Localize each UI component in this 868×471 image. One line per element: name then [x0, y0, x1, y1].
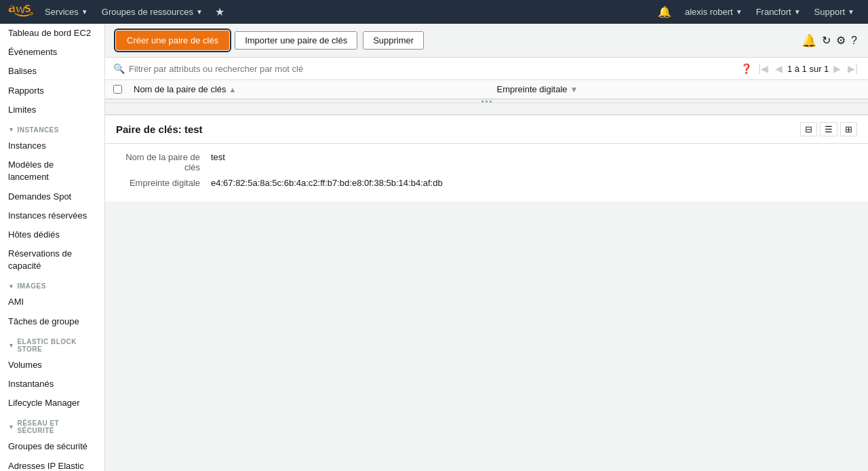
view-list-icon[interactable]: ☰ — [820, 122, 837, 136]
table-container: Nom de la paire de clés ▲ Empreinte digi… — [105, 80, 868, 99]
sidebar-item-launch-templates[interactable]: Modèles de lancement — [0, 155, 104, 187]
detail-fingerprint-value: e4:67:82:5a:8a:5c:6b:4a:c2:ff:b7:bd:e8:0… — [211, 178, 443, 188]
import-key-pair-button[interactable]: Importer une paire de clés — [235, 31, 357, 50]
detail-view-controls: ⊟ ☰ ⊞ — [800, 122, 857, 136]
images-section-label: ▼ IMAGES — [0, 276, 104, 293]
main-content: Créer une paire de clés Importer une pai… — [105, 24, 868, 471]
settings-icon[interactable]: ⚙ — [836, 34, 846, 47]
top-navigation: Services ▼ Groupes de ressources ▼ ★ 🔔 a… — [0, 0, 868, 24]
detail-fingerprint-label: Empreinte digitale — [116, 178, 211, 188]
ebs-section-label: ▼ ELASTIC BLOCK STORE — [0, 331, 104, 356]
region-chevron-icon: ▼ — [794, 8, 801, 16]
search-input[interactable] — [129, 64, 736, 74]
table-header: Nom de la paire de clés ▲ Empreinte digi… — [105, 80, 868, 99]
sidebar-item-capacity-reservations[interactable]: Réservations de capacité — [0, 244, 104, 276]
detail-name-value: test — [211, 152, 225, 172]
network-collapse-icon[interactable]: ▼ — [8, 423, 14, 430]
sidebar-item-reserved-instances[interactable]: Instances réservées — [0, 206, 104, 225]
page-next-button[interactable]: ▶ — [831, 63, 843, 74]
sidebar-item-elastic-ips[interactable]: Adresses IP Elastic — [0, 457, 104, 471]
table-col-fingerprint-header: Empreinte digitale ▼ — [497, 84, 861, 94]
sidebar-item-tags[interactable]: Balises — [0, 62, 104, 81]
ebs-collapse-icon[interactable]: ▼ — [8, 342, 14, 349]
sidebar-item-limits[interactable]: Limites — [0, 100, 104, 119]
instances-section-label: ▼ INSTANCES — [0, 119, 104, 136]
resize-handle[interactable] — [105, 99, 868, 103]
sidebar-item-snapshots[interactable]: Instantanés — [0, 375, 104, 394]
sidebar-toggle[interactable]: ◀ — [104, 234, 105, 261]
filter-fingerprint-icon[interactable]: ▼ — [570, 85, 578, 94]
favorites-icon[interactable]: ★ — [210, 5, 230, 18]
create-key-pair-button[interactable]: Créer une paire de clés — [116, 31, 229, 50]
user-menu[interactable]: alexis robert ▼ — [678, 0, 749, 24]
delete-button[interactable]: Supprimer — [363, 31, 424, 50]
table-col-name-header: Nom de la paire de clés ▲ — [134, 84, 497, 94]
services-menu[interactable]: Services ▼ — [38, 0, 95, 24]
select-all-checkbox[interactable] — [113, 85, 122, 94]
services-chevron-icon: ▼ — [81, 8, 88, 16]
sidebar-item-volumes[interactable]: Volumes — [0, 356, 104, 375]
toolbar: Créer une paire de clés Importer une pai… — [105, 24, 868, 58]
resize-dot-2 — [486, 100, 488, 102]
sidebar-item-ami[interactable]: AMI — [0, 293, 104, 312]
search-bar: 🔍 ❓ |◀ ◀ 1 à 1 sur 1 ▶ ▶| — [105, 58, 868, 80]
sidebar-item-security-groups[interactable]: Groupes de sécurité — [0, 437, 104, 456]
pagination-text: 1 à 1 sur 1 — [787, 64, 829, 74]
detail-row-fingerprint: Empreinte digitale e4:67:82:5a:8a:5c:6b:… — [116, 178, 857, 188]
sidebar-item-spot[interactable]: Demandes Spot — [0, 187, 104, 206]
view-split-icon[interactable]: ⊟ — [800, 122, 817, 136]
resize-dot-3 — [490, 100, 492, 102]
page-prev-button[interactable]: ◀ — [773, 63, 785, 74]
sidebar: ◀ Tableau de bord EC2 Événements Balises… — [0, 24, 105, 471]
search-help-icon[interactable]: ❓ — [741, 63, 752, 74]
help-icon[interactable]: ? — [851, 35, 857, 47]
sidebar-item-dedicated-hosts[interactable]: Hôtes dédiés — [0, 225, 104, 244]
sidebar-item-dashboard[interactable]: Tableau de bord EC2 — [0, 24, 104, 43]
detail-body: Nom de la paire de clés test Empreinte d… — [105, 144, 868, 202]
detail-name-label: Nom de la paire de clés — [116, 152, 211, 172]
view-expand-icon[interactable]: ⊞ — [840, 122, 857, 136]
notifications-icon[interactable]: 🔔 — [651, 5, 678, 18]
network-section-label: ▼ RÉSEAU ET SÉCURITÉ — [0, 413, 104, 437]
aws-logo[interactable] — [7, 3, 34, 22]
search-icon: 🔍 — [113, 63, 125, 74]
instances-collapse-icon[interactable]: ▼ — [8, 126, 14, 133]
sidebar-item-lifecycle-manager[interactable]: Lifecycle Manager — [0, 394, 104, 413]
detail-panel: Paire de clés: test ⊟ ☰ ⊞ Nom de la pair… — [105, 114, 868, 202]
detail-header: Paire de clés: test ⊟ ☰ ⊞ — [105, 115, 868, 144]
sort-name-icon[interactable]: ▲ — [229, 86, 237, 94]
detail-title: Paire de clés: test — [116, 124, 203, 135]
alert-icon: 🔔 — [802, 33, 816, 48]
resize-dot-1 — [481, 100, 484, 102]
images-collapse-icon[interactable]: ▼ — [8, 283, 14, 290]
page-last-button[interactable]: ▶| — [846, 63, 860, 74]
sidebar-item-events[interactable]: Événements — [0, 43, 104, 62]
support-chevron-icon: ▼ — [848, 8, 854, 16]
pagination-controls: |◀ ◀ 1 à 1 sur 1 ▶ ▶| — [756, 63, 860, 74]
detail-row-name: Nom de la paire de clés test — [116, 152, 857, 172]
sidebar-item-reports[interactable]: Rapports — [0, 81, 104, 100]
support-menu[interactable]: Support ▼ — [808, 0, 861, 24]
user-chevron-icon: ▼ — [736, 8, 743, 16]
sidebar-item-group-tasks[interactable]: Tâches de groupe — [0, 312, 104, 331]
sidebar-item-instances[interactable]: Instances — [0, 136, 104, 155]
resource-groups-menu[interactable]: Groupes de ressources ▼ — [95, 0, 210, 24]
region-menu[interactable]: Francfort ▼ — [749, 0, 808, 24]
resource-groups-chevron-icon: ▼ — [196, 8, 203, 16]
refresh-icon[interactable]: ↻ — [822, 34, 831, 47]
content-area: 🔍 ❓ |◀ ◀ 1 à 1 sur 1 ▶ ▶| — [105, 58, 868, 202]
page-first-button[interactable]: |◀ — [756, 63, 770, 74]
